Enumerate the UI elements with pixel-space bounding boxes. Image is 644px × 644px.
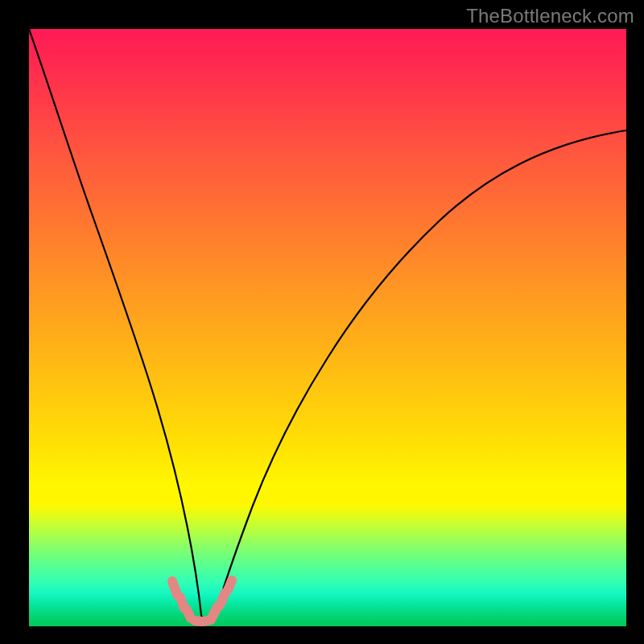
- bottleneck-curve: [29, 29, 626, 623]
- svg-line-6: [220, 592, 225, 605]
- plot-area: [29, 29, 626, 626]
- svg-line-0: [172, 581, 177, 595]
- svg-line-7: [228, 580, 232, 590]
- chart-svg: [29, 29, 626, 626]
- watermark-label: TheBottleneck.com: [466, 5, 634, 27]
- svg-line-2: [187, 609, 191, 618]
- chart-frame: TheBottleneck.com: [0, 0, 644, 644]
